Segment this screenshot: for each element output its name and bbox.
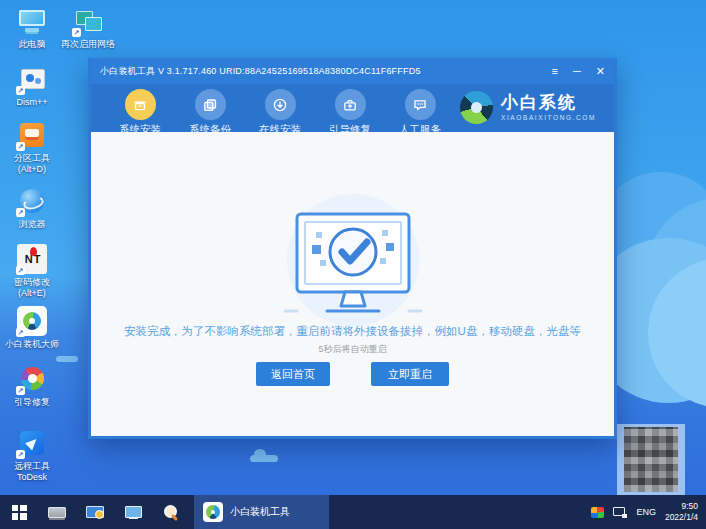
icon-label: 引导修复 (14, 397, 50, 408)
shortcut-arrow-icon: ↗ (16, 450, 25, 459)
qr-mosaic (617, 424, 685, 495)
desktop-icon-this-pc[interactable]: 此电脑 (2, 6, 62, 50)
window-titlebar[interactable]: 小白装机工具 V 3.1.717.460 URID:88A24525169518… (91, 58, 614, 84)
start-button[interactable] (0, 495, 38, 529)
monitor-check-icon (283, 208, 423, 328)
display-color-icon[interactable] (591, 507, 604, 518)
tab-online-install[interactable]: 在线安装 (247, 84, 313, 137)
brand-logo-icon (460, 91, 493, 124)
system-backup-icon (195, 89, 226, 120)
online-install-icon (265, 89, 296, 120)
desktop-icon-enable-network[interactable]: ↗ 再次启用网络 (56, 6, 120, 50)
xiaobai-master-icon: ↗ (17, 306, 47, 336)
icon-label: 小白装机大师 (5, 339, 59, 350)
desktop-icon-todesk[interactable]: ↗ 远程工具 ToDesk (2, 428, 62, 484)
shortcut-arrow-icon: ↗ (16, 266, 25, 275)
icon-label: Dism++ (16, 97, 47, 108)
boot-repair-tab-icon (335, 89, 366, 120)
clock-date: 2022/1/4 (665, 512, 698, 523)
completion-message: 安装完成，为了不影响系统部署，重启前请将外接设备拔掉，例如U盘，移动硬盘，光盘等 (91, 324, 614, 339)
icon-label: 分区工具 (Alt+D) (14, 153, 50, 176)
taskbar-clock[interactable]: 9:50 2022/1/4 (665, 501, 698, 523)
minimize-button[interactable]: ─ (573, 66, 581, 77)
windows-logo-icon (12, 505, 27, 520)
clock-time: 9:50 (665, 501, 698, 512)
tab-boot-repair[interactable]: 引导修复 (317, 84, 383, 137)
shortcut-arrow-icon: ↗ (16, 142, 25, 151)
network-icon: ↗ (73, 6, 103, 36)
restart-now-button[interactable]: 立即重启 (371, 362, 449, 386)
desktop-icon-browser[interactable]: ↗ 浏览器 (2, 186, 62, 230)
desktop-icon-boot-repair[interactable]: ↗ 引导修复 (2, 364, 62, 408)
shortcut-arrow-icon: ↗ (72, 28, 81, 37)
monitor-icon (124, 506, 142, 519)
pc-settings-icon (86, 506, 104, 519)
brand-site: XIAOBAIXITONG.COM (501, 114, 596, 121)
return-home-button[interactable]: 返回首页 (256, 362, 330, 386)
menu-icon[interactable]: ≡ (552, 66, 558, 77)
todesk-icon: ↗ (17, 428, 47, 458)
tab-human-service[interactable]: 人工服务 (387, 84, 453, 137)
window-content: 安装完成，为了不影响系统部署，重启前请将外接设备拔掉，例如U盘，移动硬盘，光盘等… (91, 132, 614, 436)
shortcut-arrow-icon: ↗ (16, 208, 25, 217)
icon-label: 远程工具 ToDesk (14, 461, 50, 484)
taskbar-app-label: 小白装机工具 (230, 505, 290, 519)
brand-name: 小白系统 (501, 94, 596, 113)
shortcut-arrow-icon: ↗ (16, 86, 25, 95)
installer-window: 小白装机工具 V 3.1.717.460 URID:88A24525169518… (88, 58, 617, 439)
tab-system-backup[interactable]: 系统备份 (177, 84, 243, 137)
system-tray: ENG 9:50 2022/1/4 (591, 495, 706, 529)
boot-repair-icon: ↗ (17, 364, 47, 394)
restart-countdown: 5秒后将自动重启 (91, 343, 614, 356)
human-service-icon (405, 89, 436, 120)
xiaobai-app-icon (203, 502, 223, 522)
nav-bar: 系统安装 系统备份 在线安装 引导修复 (91, 84, 614, 132)
language-indicator[interactable]: ENG (636, 507, 656, 517)
desktop: 此电脑 ↗ 再次启用网络 ↗ Dism++ ↗ 分区工具 (Alt+D) ↗ 浏… (0, 0, 706, 529)
shortcut-arrow-icon: ↗ (16, 328, 25, 337)
search-icon (163, 504, 179, 520)
small-cloud (250, 455, 278, 462)
system-install-icon (125, 89, 156, 120)
tab-system-install[interactable]: 系统安装 (107, 84, 173, 137)
network-status-icon[interactable] (613, 507, 627, 518)
window-title: 小白装机工具 V 3.1.717.460 URID:88A24525169518… (100, 65, 552, 78)
success-illustration (253, 194, 453, 344)
taskbar-memory-tool[interactable] (38, 495, 76, 529)
desktop-icon-xiaobai-master[interactable]: ↗ 小白装机大师 (2, 306, 62, 350)
desktop-icon-dism[interactable]: ↗ Dism++ (2, 64, 62, 108)
nt-password-icon: ↗ (17, 244, 47, 274)
icon-label: 此电脑 (19, 39, 46, 50)
icon-label: 浏览器 (19, 219, 46, 230)
taskbar-search-tool[interactable] (152, 495, 190, 529)
small-cloud (56, 356, 78, 362)
close-button[interactable]: ✕ (596, 66, 605, 77)
browser-icon: ↗ (17, 186, 47, 216)
taskbar-pc-settings-tool[interactable] (76, 495, 114, 529)
chip-icon (48, 507, 66, 518)
brand-area: 小白系统 XIAOBAIXITONG.COM (460, 91, 596, 124)
icon-label: 再次启用网络 (61, 39, 115, 50)
shortcut-arrow-icon: ↗ (16, 386, 25, 395)
dism-icon: ↗ (17, 64, 47, 94)
taskbar-app-xiaobai[interactable]: 小白装机工具 (194, 495, 329, 529)
taskbar: 小白装机工具 ENG 9:50 2022/1/4 (0, 495, 706, 529)
partition-tool-icon: ↗ (17, 120, 47, 150)
desktop-icon-password-reset[interactable]: ↗ 密码修改 (Alt+E) (2, 244, 62, 300)
desktop-icon-partition-tool[interactable]: ↗ 分区工具 (Alt+D) (2, 120, 62, 176)
taskbar-network-tool[interactable] (114, 495, 152, 529)
icon-label: 密码修改 (Alt+E) (14, 277, 50, 300)
this-pc-icon (17, 6, 47, 36)
